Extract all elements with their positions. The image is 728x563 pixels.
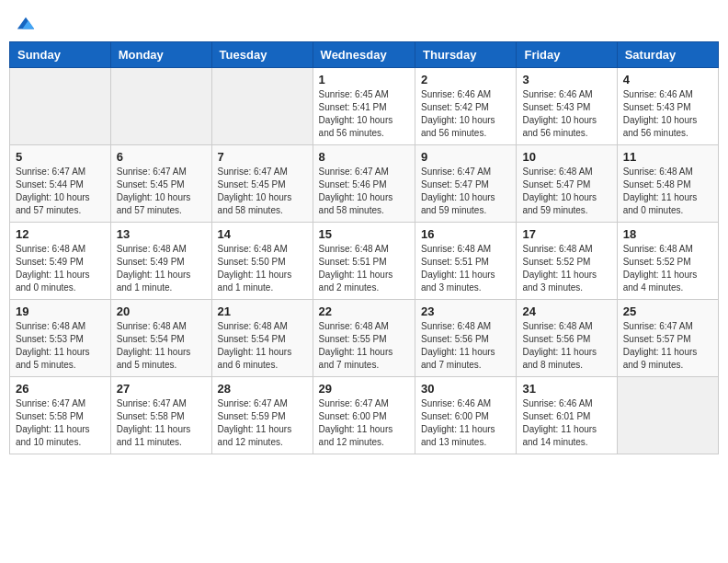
calendar-table: SundayMondayTuesdayWednesdayThursdayFrid… (9, 41, 719, 454)
day-info: Sunrise: 6:48 AM Sunset: 5:47 PM Dayligh… (522, 166, 610, 217)
day-info: Sunrise: 6:48 AM Sunset: 5:56 PM Dayligh… (522, 320, 610, 372)
day-number: 16 (421, 227, 510, 241)
logo (14, 14, 36, 34)
day-cell: 8Sunrise: 6:47 AM Sunset: 5:46 PM Daylig… (313, 145, 415, 223)
day-info: Sunrise: 6:46 AM Sunset: 5:43 PM Dayligh… (522, 88, 610, 140)
day-info: Sunrise: 6:47 AM Sunset: 5:59 PM Dayligh… (218, 397, 307, 449)
day-number: 17 (522, 227, 610, 241)
weekday-header-tuesday: Tuesday (211, 42, 313, 68)
day-cell: 10Sunrise: 6:48 AM Sunset: 5:47 PM Dayli… (517, 145, 617, 223)
weekday-header-wednesday: Wednesday (313, 42, 415, 68)
day-cell: 14Sunrise: 6:48 AM Sunset: 5:50 PM Dayli… (211, 223, 313, 300)
day-number: 23 (421, 304, 510, 318)
day-number: 21 (218, 304, 307, 318)
day-number: 10 (522, 150, 610, 164)
day-info: Sunrise: 6:46 AM Sunset: 5:42 PM Dayligh… (421, 88, 510, 140)
day-cell (617, 377, 718, 454)
day-cell: 2Sunrise: 6:46 AM Sunset: 5:42 PM Daylig… (415, 68, 517, 145)
day-cell: 21Sunrise: 6:48 AM Sunset: 5:54 PM Dayli… (211, 300, 313, 377)
day-number: 2 (421, 73, 510, 86)
day-info: Sunrise: 6:48 AM Sunset: 5:51 PM Dayligh… (421, 243, 510, 294)
day-cell (110, 68, 211, 145)
week-row-3: 12Sunrise: 6:48 AM Sunset: 5:49 PM Dayli… (10, 223, 719, 300)
day-number: 28 (218, 382, 307, 396)
day-info: Sunrise: 6:48 AM Sunset: 5:54 PM Dayligh… (117, 320, 206, 372)
day-info: Sunrise: 6:45 AM Sunset: 5:41 PM Dayligh… (319, 88, 409, 140)
day-info: Sunrise: 6:48 AM Sunset: 5:49 PM Dayligh… (117, 243, 206, 294)
day-cell: 29Sunrise: 6:47 AM Sunset: 6:00 PM Dayli… (313, 377, 415, 454)
day-cell: 30Sunrise: 6:46 AM Sunset: 6:00 PM Dayli… (415, 377, 517, 454)
day-cell: 9Sunrise: 6:47 AM Sunset: 5:47 PM Daylig… (415, 145, 517, 223)
day-cell: 26Sunrise: 6:47 AM Sunset: 5:58 PM Dayli… (10, 377, 111, 454)
day-info: Sunrise: 6:46 AM Sunset: 6:01 PM Dayligh… (522, 397, 610, 449)
day-number: 11 (623, 150, 712, 164)
week-row-5: 26Sunrise: 6:47 AM Sunset: 5:58 PM Dayli… (10, 377, 719, 454)
day-info: Sunrise: 6:47 AM Sunset: 5:57 PM Dayligh… (623, 320, 712, 372)
day-info: Sunrise: 6:47 AM Sunset: 5:58 PM Dayligh… (117, 397, 206, 449)
day-cell: 18Sunrise: 6:48 AM Sunset: 5:52 PM Dayli… (617, 223, 718, 300)
day-info: Sunrise: 6:48 AM Sunset: 5:52 PM Dayligh… (522, 243, 610, 294)
day-cell: 20Sunrise: 6:48 AM Sunset: 5:54 PM Dayli… (110, 300, 211, 377)
day-number: 24 (522, 304, 610, 318)
day-cell: 31Sunrise: 6:46 AM Sunset: 6:01 PM Dayli… (517, 377, 617, 454)
day-cell: 6Sunrise: 6:47 AM Sunset: 5:45 PM Daylig… (110, 145, 211, 223)
week-row-1: 1Sunrise: 6:45 AM Sunset: 5:41 PM Daylig… (10, 68, 719, 145)
day-cell: 12Sunrise: 6:48 AM Sunset: 5:49 PM Dayli… (10, 223, 111, 300)
weekday-header-thursday: Thursday (415, 42, 517, 68)
day-info: Sunrise: 6:47 AM Sunset: 5:44 PM Dayligh… (16, 166, 105, 217)
day-number: 22 (319, 304, 409, 318)
day-number: 27 (117, 382, 206, 396)
day-number: 18 (623, 227, 712, 241)
day-cell: 1Sunrise: 6:45 AM Sunset: 5:41 PM Daylig… (313, 68, 415, 145)
day-cell: 16Sunrise: 6:48 AM Sunset: 5:51 PM Dayli… (415, 223, 517, 300)
day-cell: 3Sunrise: 6:46 AM Sunset: 5:43 PM Daylig… (517, 68, 617, 145)
day-cell (10, 68, 111, 145)
day-number: 4 (623, 73, 712, 86)
day-cell (211, 68, 313, 145)
day-cell: 22Sunrise: 6:48 AM Sunset: 5:55 PM Dayli… (313, 300, 415, 377)
day-number: 3 (522, 73, 610, 86)
day-number: 6 (117, 150, 206, 164)
day-number: 25 (623, 304, 712, 318)
day-cell: 27Sunrise: 6:47 AM Sunset: 5:58 PM Dayli… (110, 377, 211, 454)
day-info: Sunrise: 6:48 AM Sunset: 5:52 PM Dayligh… (623, 243, 712, 294)
day-number: 7 (218, 150, 307, 164)
day-number: 19 (16, 304, 105, 318)
day-number: 14 (218, 227, 307, 241)
day-info: Sunrise: 6:48 AM Sunset: 5:48 PM Dayligh… (623, 166, 712, 217)
day-info: Sunrise: 6:47 AM Sunset: 5:45 PM Dayligh… (218, 166, 307, 217)
day-cell: 13Sunrise: 6:48 AM Sunset: 5:49 PM Dayli… (110, 223, 211, 300)
day-cell: 28Sunrise: 6:47 AM Sunset: 5:59 PM Dayli… (211, 377, 313, 454)
logo-icon (16, 14, 36, 34)
day-number: 1 (319, 73, 409, 86)
day-info: Sunrise: 6:46 AM Sunset: 5:43 PM Dayligh… (623, 88, 712, 140)
day-number: 9 (421, 150, 510, 164)
day-cell: 5Sunrise: 6:47 AM Sunset: 5:44 PM Daylig… (10, 145, 111, 223)
day-info: Sunrise: 6:48 AM Sunset: 5:50 PM Dayligh… (218, 243, 307, 294)
day-cell: 7Sunrise: 6:47 AM Sunset: 5:45 PM Daylig… (211, 145, 313, 223)
day-cell: 15Sunrise: 6:48 AM Sunset: 5:51 PM Dayli… (313, 223, 415, 300)
day-cell: 24Sunrise: 6:48 AM Sunset: 5:56 PM Dayli… (517, 300, 617, 377)
day-info: Sunrise: 6:47 AM Sunset: 5:58 PM Dayligh… (16, 397, 105, 449)
day-info: Sunrise: 6:48 AM Sunset: 5:49 PM Dayligh… (16, 243, 105, 294)
day-number: 30 (421, 382, 510, 396)
weekday-header-saturday: Saturday (617, 42, 718, 68)
day-info: Sunrise: 6:48 AM Sunset: 5:51 PM Dayligh… (319, 243, 409, 294)
day-number: 13 (117, 227, 206, 241)
day-cell: 17Sunrise: 6:48 AM Sunset: 5:52 PM Dayli… (517, 223, 617, 300)
day-info: Sunrise: 6:47 AM Sunset: 6:00 PM Dayligh… (319, 397, 409, 449)
day-number: 12 (16, 227, 105, 241)
day-number: 26 (16, 382, 105, 396)
week-row-2: 5Sunrise: 6:47 AM Sunset: 5:44 PM Daylig… (10, 145, 719, 223)
weekday-header-monday: Monday (110, 42, 211, 68)
page-header (9, 9, 719, 34)
day-number: 20 (117, 304, 206, 318)
day-info: Sunrise: 6:48 AM Sunset: 5:54 PM Dayligh… (218, 320, 307, 372)
week-row-4: 19Sunrise: 6:48 AM Sunset: 5:53 PM Dayli… (10, 300, 719, 377)
day-cell: 11Sunrise: 6:48 AM Sunset: 5:48 PM Dayli… (617, 145, 718, 223)
day-info: Sunrise: 6:47 AM Sunset: 5:47 PM Dayligh… (421, 166, 510, 217)
calendar-body: 1Sunrise: 6:45 AM Sunset: 5:41 PM Daylig… (10, 68, 719, 454)
day-info: Sunrise: 6:47 AM Sunset: 5:46 PM Dayligh… (319, 166, 409, 217)
day-number: 5 (16, 150, 105, 164)
day-cell: 23Sunrise: 6:48 AM Sunset: 5:56 PM Dayli… (415, 300, 517, 377)
